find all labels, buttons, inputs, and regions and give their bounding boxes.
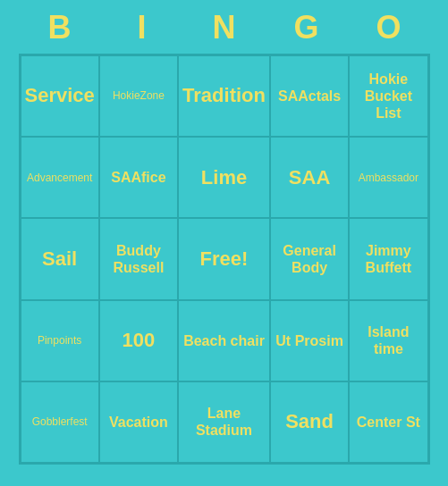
- cell-0-2[interactable]: Tradition: [178, 55, 270, 137]
- cell-1-2[interactable]: Lime: [178, 137, 270, 218]
- cell-1-1[interactable]: SAAfice: [99, 137, 178, 218]
- cell-0-0[interactable]: Service: [21, 55, 99, 137]
- letter-g: G: [269, 9, 344, 46]
- cell-2-4[interactable]: Jimmy Buffett: [349, 218, 427, 299]
- letter-i: I: [105, 9, 180, 46]
- cell-4-3[interactable]: Sand: [270, 381, 349, 463]
- cell-3-0[interactable]: Pinpoints: [21, 300, 99, 381]
- letter-n: N: [187, 9, 262, 46]
- letter-o: O: [351, 9, 427, 46]
- cell-1-0[interactable]: Advancement: [21, 137, 99, 218]
- cell-3-4[interactable]: Island time: [349, 300, 427, 381]
- cell-3-1[interactable]: 100: [99, 300, 178, 381]
- letter-b: B: [22, 9, 97, 46]
- cell-3-3[interactable]: Ut Prosim: [270, 300, 349, 381]
- cell-2-0[interactable]: Sail: [21, 218, 99, 299]
- cell-2-2[interactable]: Free!: [178, 218, 270, 299]
- cell-2-3[interactable]: General Body: [270, 218, 349, 299]
- cell-4-1[interactable]: Vacation: [99, 381, 178, 463]
- cell-1-4[interactable]: Ambassador: [349, 137, 427, 218]
- cell-4-4[interactable]: Center St: [349, 381, 427, 463]
- bingo-grid: ServiceHokieZoneTraditionSAActalsHokie B…: [19, 54, 430, 465]
- cell-0-3[interactable]: SAActals: [270, 55, 349, 137]
- cell-4-0[interactable]: Gobblerfest: [21, 381, 99, 463]
- cell-3-2[interactable]: Beach chair: [178, 300, 270, 381]
- cell-0-4[interactable]: Hokie Bucket List: [349, 55, 427, 137]
- cell-1-3[interactable]: SAA: [270, 137, 349, 218]
- cell-0-1[interactable]: HokieZone: [99, 55, 178, 137]
- cell-4-2[interactable]: Lane Stadium: [178, 381, 270, 463]
- cell-2-1[interactable]: Buddy Russell: [99, 218, 178, 299]
- bingo-header: B I N G O: [19, 0, 430, 54]
